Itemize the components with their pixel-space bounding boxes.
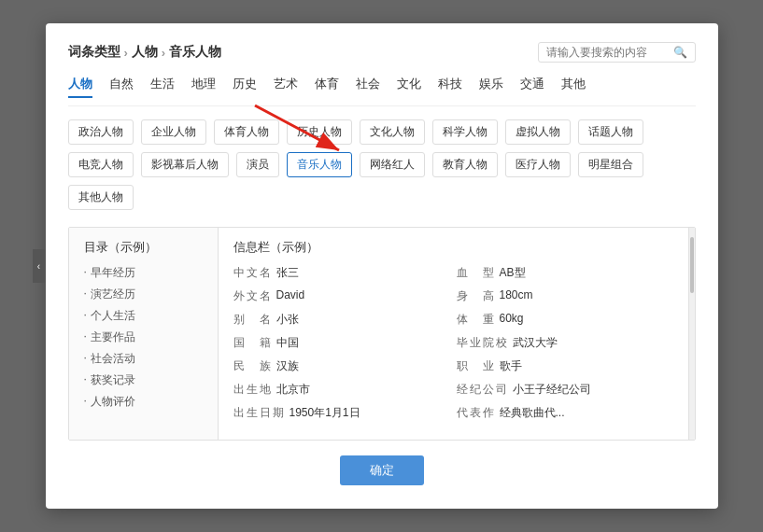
breadcrumb: 词条类型 › 人物 › 音乐人物 (68, 44, 222, 61)
label-guoji: 国 籍 (233, 335, 273, 351)
search-icon: 🔍 (673, 46, 687, 59)
label-zhiye: 职 业 (457, 358, 496, 374)
preview-item-2: 演艺经历 (84, 287, 203, 302)
preview-item-3: 个人生活 (84, 308, 203, 324)
label-shengao: 身 高 (457, 288, 496, 304)
cat-yanyuan[interactable]: 演员 (236, 152, 279, 177)
label-jingji: 经纪公司 (457, 382, 509, 398)
breadcrumb-title: 词条类型 (68, 44, 120, 61)
left-chevron-icon: ‹ (37, 261, 40, 272)
preview-item-5: 社会活动 (84, 351, 203, 367)
info-row-jingji: 经纪公司 小王子经纪公司 (457, 382, 665, 398)
preview-right: 信息栏（示例） 中文名 张三 外文名 David 别 名 小张 (219, 228, 695, 440)
preview-item-6: 获奖记录 (84, 372, 203, 388)
info-row-zhiye: 职 业 歌手 (457, 358, 665, 374)
info-row-shengao: 身 高 180cm (457, 288, 665, 304)
value-tizhong: 60kg (500, 312, 524, 325)
header-row: 词条类型 › 人物 › 音乐人物 🔍 (68, 42, 696, 63)
search-input[interactable] (546, 46, 668, 59)
label-tizhong: 体 重 (457, 312, 496, 328)
tab-yule[interactable]: 娱乐 (479, 76, 503, 98)
info-row-zhongwenming: 中文名 张三 (233, 265, 442, 281)
label-chushengrqi: 出生日期 (233, 405, 286, 421)
cat-xuni[interactable]: 虚拟人物 (505, 119, 571, 145)
info-row-waiwenming: 外文名 David (233, 288, 442, 304)
breadcrumb-level1: 人物 (132, 44, 158, 61)
value-chushengdi: 北京市 (276, 382, 310, 398)
scrollbar-thumb (690, 237, 694, 293)
info-row-tizhong: 体 重 60kg (457, 312, 665, 328)
value-jingji: 小王子经纪公司 (513, 382, 591, 398)
cat-wanghong[interactable]: 网络红人 (360, 152, 425, 177)
tab-lishi[interactable]: 历史 (233, 76, 257, 98)
cat-yinyue[interactable]: 音乐人物 (287, 152, 352, 177)
tab-shehui[interactable]: 社会 (356, 76, 380, 98)
value-biye: 武汉大学 (513, 335, 558, 351)
cat-yingshi[interactable]: 影视幕后人物 (141, 152, 229, 177)
cat-tiyu[interactable]: 体育人物 (214, 119, 279, 145)
breadcrumb-separator2: › (162, 46, 165, 60)
cat-huati[interactable]: 话题人物 (578, 119, 643, 145)
cat-yiliao[interactable]: 医疗人物 (505, 152, 571, 177)
tab-wenhua[interactable]: 文化 (397, 76, 421, 98)
info-col-1: 中文名 张三 外文名 David 别 名 小张 国 籍 中国 (233, 265, 457, 428)
label-waiwenming: 外文名 (233, 288, 273, 304)
tab-jiaotong[interactable]: 交通 (520, 76, 544, 98)
preview-item-7: 人物评价 (84, 394, 203, 410)
info-row-biye: 毕业院校 武汉大学 (457, 335, 665, 351)
tab-tiyu[interactable]: 体育 (315, 76, 339, 98)
cat-jiaoyu[interactable]: 教育人物 (432, 152, 498, 177)
label-zhongwenming: 中文名 (233, 265, 273, 281)
tab-ziran[interactable]: 自然 (109, 76, 134, 98)
info-row-bieming: 别 名 小张 (233, 312, 442, 328)
cat-qitarenwu[interactable]: 其他人物 (68, 185, 134, 210)
tab-dili[interactable]: 地理 (191, 76, 216, 98)
value-waiwenming: David (276, 288, 305, 301)
info-row-chushengdi: 出生地 北京市 (233, 382, 442, 398)
cat-row-3: 其他人物 (68, 185, 696, 210)
cat-mingxing[interactable]: 明星组合 (578, 152, 643, 177)
confirm-button[interactable]: 确定 (340, 455, 424, 485)
value-chushengrqi: 1950年1月1日 (290, 405, 360, 421)
preview-right-title: 信息栏（示例） (233, 239, 680, 256)
preview-item-1: 早年经历 (84, 265, 203, 281)
preview-left-title: 目录（示例） (84, 239, 203, 256)
confirm-row: 确定 (68, 455, 696, 485)
tab-yishu[interactable]: 艺术 (274, 76, 298, 98)
tab-keji[interactable]: 科技 (438, 76, 462, 98)
info-row-daibiaozuo: 代表作 经典歌曲代... (457, 405, 665, 421)
info-row-chushengrqi: 出生日期 1950年1月1日 (233, 405, 442, 421)
modal-container: ‹ 词条类型 › 人物 › 音乐人物 🔍 人物 自然 生活 地理 历史 艺术 体… (46, 23, 718, 509)
cat-kexue[interactable]: 科学人物 (432, 119, 498, 145)
value-xuexing: AB型 (500, 265, 526, 281)
cat-wenhua[interactable]: 文化人物 (360, 119, 425, 145)
info-row-xuexing: 血 型 AB型 (457, 265, 665, 281)
info-row-minzu: 民 族 汉族 (233, 358, 442, 374)
value-minzu: 汉族 (276, 358, 299, 374)
tab-shenghuo[interactable]: 生活 (150, 76, 175, 98)
breadcrumb-level2: 音乐人物 (169, 44, 221, 61)
value-bieming: 小张 (276, 312, 299, 328)
tab-renwu[interactable]: 人物 (68, 76, 92, 98)
preview-area: 目录（示例） 早年经历 演艺经历 个人生活 主要作品 社会活动 获奖记录 人物评… (68, 227, 696, 441)
left-nav-button[interactable]: ‹ (33, 249, 46, 283)
value-daibiaozuo: 经典歌曲代... (500, 405, 565, 421)
search-box[interactable]: 🔍 (538, 42, 696, 63)
cat-diangjing[interactable]: 电竞人物 (68, 152, 134, 177)
value-zhiye: 歌手 (500, 358, 522, 374)
cat-row-2: 电竞人物 影视幕后人物 演员 音乐人物 网络红人 教育人物 医疗人物 明星组合 (68, 152, 696, 177)
label-chushengdi: 出生地 (233, 382, 273, 398)
label-daibiaozuo: 代表作 (457, 405, 496, 421)
cat-lishi[interactable]: 历史人物 (287, 119, 352, 145)
label-bieming: 别 名 (233, 312, 273, 328)
value-guoji: 中国 (276, 335, 299, 351)
cat-zhengzhi[interactable]: 政治人物 (68, 119, 134, 145)
cat-qiye[interactable]: 企业人物 (141, 119, 206, 145)
label-minzu: 民 族 (233, 358, 273, 374)
label-biye: 毕业院校 (457, 335, 509, 351)
tab-qita[interactable]: 其他 (561, 76, 586, 98)
value-shengao: 180cm (500, 288, 533, 301)
info-grid: 中文名 张三 外文名 David 别 名 小张 国 籍 中国 (233, 265, 680, 428)
info-col-2: 血 型 AB型 身 高 180cm 体 重 60kg 毕业院校 武汉大学 (457, 265, 680, 428)
value-zhongwenming: 张三 (276, 265, 299, 281)
